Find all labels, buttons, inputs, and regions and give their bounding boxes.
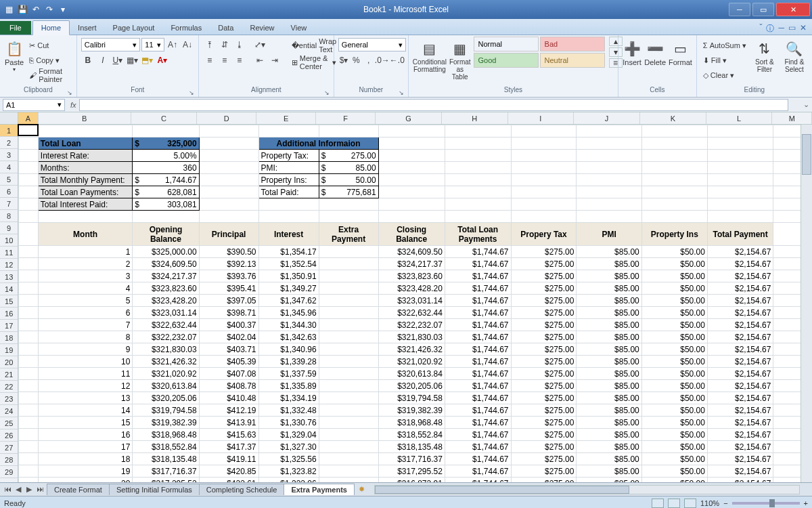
cell[interactable]: $321,830.03 xyxy=(133,343,199,356)
cell[interactable]: $775,681 xyxy=(319,186,378,198)
cell[interactable]: $275.00 xyxy=(511,295,577,307)
cell[interactable]: 6 xyxy=(38,307,132,319)
sheet-tab[interactable]: Setting Initial Formulas xyxy=(109,484,200,495)
cell[interactable]: $1,345.96 xyxy=(258,307,319,319)
cell[interactable]: $1,744.67 xyxy=(445,368,511,380)
cell[interactable]: $1,335.89 xyxy=(258,380,319,392)
cell[interactable]: $85.00 xyxy=(577,465,641,478)
cell[interactable] xyxy=(511,186,577,198)
cell[interactable] xyxy=(19,125,39,137)
cell[interactable]: Extra Payment xyxy=(319,223,378,246)
zoom-slider[interactable] xyxy=(732,502,800,505)
delete-button[interactable]: ➖Delete xyxy=(644,37,666,66)
cell[interactable] xyxy=(319,368,378,380)
cell[interactable] xyxy=(319,380,378,392)
cell[interactable]: $321,020.92 xyxy=(133,368,199,380)
cell[interactable]: $417.37 xyxy=(199,441,258,453)
cell[interactable]: $319,794.58 xyxy=(133,404,199,417)
cell[interactable] xyxy=(319,211,378,223)
cell[interactable]: $1,352.54 xyxy=(258,258,319,270)
cell[interactable]: Total Loan Payments: xyxy=(38,186,132,198)
horizontal-scrollbar[interactable] xyxy=(374,485,800,494)
clear-button[interactable]: ◇ Clear ▾ xyxy=(701,68,748,83)
formula-expand-icon[interactable]: ⌄ xyxy=(800,100,812,109)
cell[interactable]: Total Loan xyxy=(38,137,132,150)
cell[interactable]: $324,217.37 xyxy=(378,258,445,270)
cell[interactable]: $85.00 xyxy=(577,404,641,417)
tab-nav-next-icon[interactable]: ▶ xyxy=(24,485,34,494)
cell[interactable]: $50.00 xyxy=(641,465,707,478)
format-painter-button[interactable]: 🖌 Format Painter xyxy=(27,68,72,83)
cell[interactable]: 12 xyxy=(38,380,132,392)
cell[interactable] xyxy=(19,392,39,404)
tab-view[interactable]: View xyxy=(283,21,315,35)
cell[interactable]: $1,327.30 xyxy=(258,441,319,453)
cell[interactable]: $317,716.37 xyxy=(133,465,199,478)
cell[interactable]: 5.00% xyxy=(133,150,199,162)
column-header[interactable]: M xyxy=(772,112,812,124)
cell[interactable] xyxy=(577,198,641,211)
align-center-icon[interactable]: ≡ xyxy=(218,54,231,67)
cell[interactable]: $275.00 xyxy=(511,478,577,483)
cell[interactable]: $1,329.04 xyxy=(258,429,319,441)
cell[interactable]: $1,744.67 xyxy=(445,453,511,465)
cell[interactable] xyxy=(641,162,707,174)
cell[interactable]: Property Ins xyxy=(641,223,707,246)
tab-page-layout[interactable]: Page Layout xyxy=(105,21,163,35)
cell[interactable]: $1,744.67 xyxy=(445,441,511,453)
cell[interactable]: Propery Tax xyxy=(511,223,577,246)
cell[interactable] xyxy=(445,186,511,198)
cell[interactable]: $85.00 xyxy=(577,258,641,270)
cell[interactable]: $1,337.59 xyxy=(258,368,319,380)
cell[interactable]: $318,135.48 xyxy=(133,453,199,465)
cell[interactable]: $1,744.67 xyxy=(445,478,511,483)
cell[interactable]: $318,968.48 xyxy=(378,417,445,429)
cell[interactable]: 360 xyxy=(133,162,199,174)
cell[interactable]: $1,744.67 xyxy=(445,246,511,258)
cell[interactable]: $275.00 xyxy=(511,380,577,392)
cell[interactable]: $319,794.58 xyxy=(378,392,445,404)
cell[interactable]: $1,744.67 xyxy=(445,319,511,331)
row-header[interactable]: 15 xyxy=(0,295,18,308)
cell[interactable] xyxy=(19,211,39,223)
cell[interactable]: $85.00 xyxy=(577,295,641,307)
orientation-icon[interactable]: ⤢▾ xyxy=(253,38,267,51)
cell[interactable]: $316,872.91 xyxy=(378,478,445,483)
cell[interactable]: $320,205.06 xyxy=(378,380,445,392)
row-header[interactable]: 23 xyxy=(0,393,18,405)
cell[interactable]: $50.00 xyxy=(641,343,707,356)
row-header[interactable]: 28 xyxy=(0,454,18,466)
cell[interactable] xyxy=(199,211,258,223)
cell[interactable]: $322,232.07 xyxy=(133,331,199,343)
cell[interactable] xyxy=(319,465,378,478)
cell[interactable]: $275.00 xyxy=(511,319,577,331)
cell[interactable]: $85.00 xyxy=(577,392,641,404)
cell[interactable]: 1 xyxy=(38,246,132,258)
currency-icon[interactable]: $▾ xyxy=(338,54,349,67)
cell[interactable] xyxy=(19,186,39,198)
cell[interactable]: $1,354.17 xyxy=(258,246,319,258)
percent-icon[interactable]: % xyxy=(351,54,361,67)
cell[interactable] xyxy=(707,198,773,211)
border-button[interactable]: ▦▾ xyxy=(126,54,139,67)
italic-button[interactable]: I xyxy=(96,54,110,67)
cell[interactable]: $397.05 xyxy=(199,295,258,307)
cell[interactable] xyxy=(707,174,773,186)
cell[interactable] xyxy=(19,368,39,380)
cell[interactable] xyxy=(319,404,378,417)
cell[interactable] xyxy=(378,150,445,162)
cell[interactable]: $322,632.44 xyxy=(133,319,199,331)
window-close-icon[interactable]: ✕ xyxy=(800,23,807,35)
cell[interactable]: $325,000 xyxy=(133,137,199,150)
row-header[interactable]: 5 xyxy=(0,173,18,186)
cell[interactable]: $85.00 xyxy=(577,282,641,295)
row-header[interactable]: 8 xyxy=(0,210,18,222)
redo-icon[interactable]: ↷ xyxy=(43,3,55,16)
cell[interactable]: $50.00 xyxy=(641,380,707,392)
cell[interactable]: Property Tax: xyxy=(258,150,319,162)
cell[interactable] xyxy=(319,441,378,453)
cell[interactable]: $410.48 xyxy=(199,392,258,404)
cell[interactable] xyxy=(19,270,39,282)
cell[interactable]: $275.00 xyxy=(511,429,577,441)
row-header[interactable]: 20 xyxy=(0,356,18,368)
